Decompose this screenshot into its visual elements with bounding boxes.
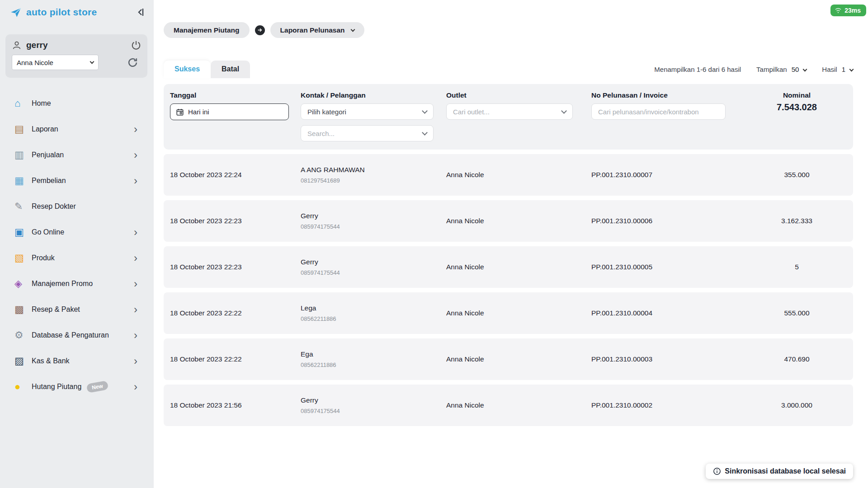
debt-receivable-icon: ● (14, 382, 29, 392)
user-card: gerry Anna Nicole (5, 34, 147, 78)
logout-button[interactable] (131, 40, 141, 50)
invoice-search-input[interactable] (591, 103, 726, 120)
filter-contact-label: Kontak / Pelanggan (301, 91, 446, 99)
logo-icon (10, 6, 22, 18)
sidebar-item[interactable]: ◈ Manajemen Promo › (0, 271, 154, 296)
page-select[interactable]: Hasil 1 (822, 66, 853, 73)
results-summary: Menampilkan 1-6 dari 6 hasil (654, 66, 741, 73)
row-invoice-number: PP.001.2310.00004 (591, 309, 741, 317)
refresh-button[interactable] (127, 57, 138, 68)
sidebar-item[interactable]: ▤ Laporan › (0, 116, 154, 142)
sidebar-item[interactable]: ▨ Kas & Bank › (0, 348, 154, 374)
row-contact-name: Gerry (301, 212, 446, 220)
product-icon: ▧ (14, 253, 29, 263)
sidebar-item[interactable]: ▥ Penjualan › (0, 142, 154, 168)
page-size-value: 50 (792, 66, 799, 73)
table-row[interactable]: 18 October 2023 22:24 A ANG RAHMAWAN 081… (164, 154, 853, 196)
page-size-select[interactable]: Tampilkan 50 (756, 66, 807, 73)
chevron-down-icon (422, 108, 428, 114)
main-content: 23ms Manajemen Piutang Laporan Pelunasan… (154, 0, 868, 488)
tab-batal[interactable]: Batal (211, 61, 250, 78)
row-nominal: 355.000 (741, 171, 853, 179)
prescription-icon: ✎ (14, 202, 29, 211)
date-filter-input[interactable]: Hari ini (170, 103, 289, 120)
row-contact: Lega 08562211886 (301, 304, 446, 322)
sidebar-item[interactable]: ▩ Resep & Paket › (0, 296, 154, 322)
row-nominal: 3.162.333 (741, 217, 853, 225)
sidebar-item-label: Laporan (32, 125, 58, 133)
row-datetime: 18 October 2023 22:24 (170, 171, 301, 179)
row-contact: A ANG RAHMAWAN 081297541689 (301, 166, 446, 184)
sidebar-item[interactable]: ▣ Go Online › (0, 219, 154, 245)
collapse-sidebar-button[interactable] (135, 7, 146, 18)
sidebar-item-label: Hutang Piutang (32, 383, 81, 391)
contact-category-value: Pilih kategori (307, 108, 346, 116)
sidebar-menu: ⌂ Home ▤ Laporan › ▥ Penjualan › ▦ (0, 90, 154, 399)
sidebar-item[interactable]: ⚙ Database & Pengaturan › (0, 322, 154, 348)
row-contact-phone: 08562211886 (301, 315, 446, 322)
sidebar-item[interactable]: ▦ Pembelian › (0, 168, 154, 193)
chevron-right-icon: › (134, 330, 137, 341)
chevron-down-icon (561, 108, 567, 114)
row-outlet: Anna Nicole (446, 401, 591, 409)
filter-outlet-label: Outlet (446, 91, 591, 99)
row-contact: Gerry 085974175544 (301, 212, 446, 230)
latency-badge: 23ms (830, 5, 866, 16)
filter-panel: Tanggal Hari ini Kontak / Pelanggan Pili… (164, 84, 853, 150)
row-contact-name: Gerry (301, 396, 446, 404)
new-badge: New (86, 380, 108, 393)
breadcrumb-parent[interactable]: Manajemen Piutang (164, 22, 250, 38)
table-row[interactable]: 18 October 2023 22:22 Lega 08562211886 A… (164, 292, 853, 334)
chevron-down-icon (422, 130, 428, 136)
outlet-select[interactable]: Anna Nicole (12, 55, 99, 70)
sidebar-item[interactable]: ● Hutang Piutang New › (0, 374, 154, 399)
page-size-label: Tampilkan (756, 66, 787, 73)
contact-category-select[interactable]: Pilih kategori (301, 103, 434, 120)
sidebar: auto pilot store gerry Anna Nicole (0, 0, 154, 488)
row-invoice-number: PP.001.2310.00005 (591, 263, 741, 271)
settings-icon: ⚙ (14, 330, 29, 340)
row-invoice-number: PP.001.2310.00006 (591, 217, 741, 225)
sidebar-item-label: Resep & Paket (32, 305, 80, 314)
chevron-down-icon (849, 67, 854, 72)
sidebar-item-label: Manajemen Promo (32, 280, 93, 288)
row-contact-phone: 081297541689 (301, 177, 446, 184)
contact-search-select[interactable]: Search... (301, 125, 434, 141)
breadcrumb-current[interactable]: Laporan Pelunasan (270, 22, 364, 38)
latency-value: 23ms (844, 7, 861, 14)
sidebar-item[interactable]: ✎ Resep Dokter (0, 193, 154, 219)
tab-sukses[interactable]: Sukses (164, 61, 211, 78)
sidebar-item-label: Database & Pengaturan (32, 331, 109, 339)
breadcrumb: Manajemen Piutang Laporan Pelunasan (164, 22, 853, 38)
sidebar-item[interactable]: ⌂ Home (0, 90, 154, 116)
row-contact-name: Gerry (301, 258, 446, 266)
report-icon: ▤ (14, 124, 29, 134)
table-row[interactable]: 18 October 2023 22:23 Gerry 085974175544… (164, 246, 853, 288)
sales-icon: ▥ (14, 150, 29, 160)
sidebar-item-label: Home (32, 99, 51, 108)
row-datetime: 18 October 2023 22:22 (170, 355, 301, 363)
chevron-right-icon: › (134, 278, 137, 289)
chevron-down-icon (803, 67, 807, 72)
outlet-filter-placeholder: Cari outlet... (453, 108, 490, 116)
row-outlet: Anna Nicole (446, 355, 591, 363)
outlet-select-wrap: Anna Nicole (12, 55, 99, 70)
table-row[interactable]: 18 October 2023 21:56 Gerry 085974175544… (164, 385, 853, 426)
table-row[interactable]: 18 October 2023 22:23 Gerry 085974175544… (164, 200, 853, 242)
sidebar-item-label: Kas & Bank (32, 357, 70, 365)
sidebar-item[interactable]: ▧ Produk › (0, 245, 154, 271)
chevron-right-icon: › (134, 227, 137, 238)
filter-invoice-label: No Pelunasan / Invoice (591, 91, 741, 99)
row-contact: Gerry 085974175544 (301, 396, 446, 414)
row-contact-phone: 085974175544 (301, 269, 446, 276)
row-nominal: 5 (741, 263, 853, 271)
table-row[interactable]: 18 October 2023 22:22 Ega 08562211886 An… (164, 338, 853, 380)
outlet-filter-select[interactable]: Cari outlet... (446, 103, 573, 120)
sidebar-item-label: Penjualan (32, 151, 64, 159)
page-value: 1 (842, 66, 845, 73)
row-outlet: Anna Nicole (446, 263, 591, 271)
recipe-package-icon: ▩ (14, 305, 29, 314)
row-datetime: 18 October 2023 22:23 (170, 263, 301, 271)
logo-row: auto pilot store (0, 0, 154, 18)
purchase-icon: ▦ (14, 176, 29, 186)
